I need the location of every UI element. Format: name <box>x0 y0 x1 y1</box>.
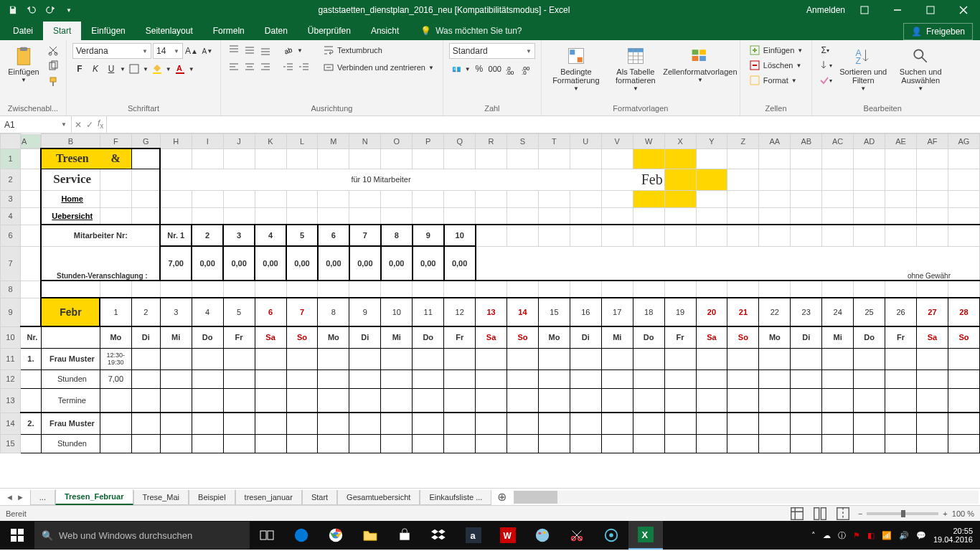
edge-icon[interactable] <box>284 521 319 550</box>
start-button[interactable] <box>0 521 34 550</box>
italic-button[interactable]: K <box>88 62 103 76</box>
copy-icon[interactable] <box>46 59 60 73</box>
align-center-icon[interactable] <box>242 60 257 75</box>
tab-formulas[interactable]: Formeln <box>203 22 255 40</box>
explorer-icon[interactable] <box>353 521 387 550</box>
conditional-format-button[interactable]: Bedingte Formatierung▼ <box>547 43 605 93</box>
decrease-decimal-icon[interactable]: ,00,0 <box>519 62 534 76</box>
fx-icon[interactable]: fx <box>98 118 103 130</box>
signin-button[interactable]: Anmelden <box>806 5 848 15</box>
tellme-search[interactable]: 💡 Was möchten Sie tun? <box>413 22 529 40</box>
wrap-text-button[interactable]: Textumbruch <box>320 43 437 57</box>
delete-cells-button[interactable]: Löschen▼ <box>746 58 805 72</box>
number-format-select[interactable]: Standard▼ <box>449 43 535 59</box>
sheet-tab[interactable]: Beispiel <box>189 490 235 505</box>
align-bottom-icon[interactable] <box>258 43 273 57</box>
spreadsheet-grid[interactable]: ABFGHIJKLMNOPQRSTUVWXYZAAABACADAEAFAG1Tr… <box>0 133 980 488</box>
tab-data[interactable]: Daten <box>255 22 298 40</box>
taskbar-search[interactable]: 🔍 Web und Windows durchsuchen <box>34 522 250 549</box>
chrome-icon[interactable] <box>319 521 353 550</box>
sheet-tab[interactable]: tresen_januar <box>235 490 302 505</box>
format-cells-button[interactable]: Format▼ <box>746 73 800 88</box>
notifications-icon[interactable]: 💬 <box>916 531 926 540</box>
sheet-next-icon[interactable]: ► <box>17 493 24 501</box>
font-name-select[interactable]: Verdana▼ <box>72 43 151 59</box>
tab-insert[interactable]: Einfügen <box>81 22 135 40</box>
add-sheet-icon[interactable]: ⊕ <box>491 490 512 504</box>
sheet-tab[interactable]: Start <box>302 490 337 505</box>
onedrive-icon[interactable]: ☁ <box>823 531 831 540</box>
zoom-in-icon[interactable]: + <box>943 509 947 518</box>
font-size-select[interactable]: 14▼ <box>153 43 183 59</box>
merge-button[interactable]: Verbinden und zentrieren▼ <box>320 60 437 75</box>
ribbon-display-icon[interactable] <box>848 0 881 20</box>
page-break-view-icon[interactable] <box>835 507 851 520</box>
indent-decrease-icon[interactable] <box>281 60 296 75</box>
sheet-tab-active[interactable]: Tresen_Februar <box>55 489 133 505</box>
normal-view-icon[interactable] <box>789 507 805 520</box>
snipping-icon[interactable] <box>560 521 594 550</box>
network-icon[interactable]: 📶 <box>882 531 892 540</box>
align-middle-icon[interactable] <box>242 43 257 57</box>
share-button[interactable]: 👤 Freigeben <box>903 23 973 40</box>
align-right-icon[interactable] <box>258 60 273 75</box>
sheet-tab[interactable]: Gesamtuebersicht <box>337 490 420 505</box>
enter-fx-icon[interactable]: ✓ <box>86 120 93 130</box>
redo-icon[interactable] <box>43 3 57 17</box>
insert-cells-button[interactable]: Einfügen▼ <box>746 43 806 57</box>
paste-button[interactable]: Einfügen ▼ <box>6 43 42 84</box>
tab-home[interactable]: Start <box>43 22 81 40</box>
decrease-font-icon[interactable]: A▼ <box>200 44 215 58</box>
indent-increase-icon[interactable] <box>297 60 311 75</box>
font-color-icon[interactable]: A <box>173 62 187 76</box>
sheet-tab[interactable]: Trese_Mai <box>133 490 189 505</box>
percent-icon[interactable]: % <box>472 62 486 76</box>
fill-color-icon[interactable] <box>150 62 164 76</box>
name-box[interactable]: A1▼ <box>0 116 72 133</box>
sort-filter-button[interactable]: AZSortieren und Filtern▼ <box>837 43 890 93</box>
word-icon[interactable]: W <box>491 521 525 550</box>
sheet-prev-icon[interactable]: ◄ <box>6 493 14 501</box>
info-icon[interactable]: ⓘ <box>838 530 846 541</box>
minimize-icon[interactable] <box>881 0 914 20</box>
clear-icon[interactable]: ▾ <box>818 73 832 88</box>
horizontal-scrollbar[interactable] <box>514 491 979 504</box>
excel-icon[interactable]: X <box>628 521 663 550</box>
amazon-icon[interactable]: a <box>456 521 491 550</box>
autosum-icon[interactable]: Σ▾ <box>818 43 832 57</box>
shield-icon[interactable]: ⚑ <box>853 531 860 540</box>
volume-icon[interactable]: 🔊 <box>899 531 909 540</box>
cancel-fx-icon[interactable]: ✕ <box>75 120 82 130</box>
taskview-icon[interactable] <box>250 521 284 550</box>
align-top-icon[interactable] <box>227 43 241 57</box>
cell-styles-button[interactable]: Zellenformatvorlagen▼ <box>666 43 734 84</box>
save-icon[interactable] <box>6 3 20 17</box>
underline-button[interactable]: U <box>104 62 118 76</box>
dropbox-icon[interactable] <box>422 521 456 550</box>
zoom-level[interactable]: 100 % <box>952 509 974 518</box>
fill-icon[interactable]: ▾ <box>818 58 832 72</box>
tray-chevron-icon[interactable]: ˄ <box>811 531 816 540</box>
undo-icon[interactable] <box>24 3 39 17</box>
tab-file[interactable]: Datei <box>3 22 43 40</box>
paint-icon[interactable] <box>525 521 560 550</box>
increase-decimal-icon[interactable]: ,0,00 <box>504 62 518 76</box>
border-icon[interactable] <box>127 62 141 76</box>
tab-layout[interactable]: Seitenlayout <box>136 22 203 40</box>
system-tray[interactable]: ˄ ☁ ⓘ ⚑ ◧ 📶 🔊 💬 20:55 19.04.2016 <box>811 527 980 544</box>
cut-icon[interactable] <box>46 43 60 57</box>
increase-font-icon[interactable]: A▲ <box>184 44 199 58</box>
format-painter-icon[interactable] <box>46 75 60 89</box>
qat-more-icon[interactable]: ▼ <box>62 3 76 17</box>
clock[interactable]: 20:55 19.04.2016 <box>933 527 973 544</box>
zoom-slider[interactable]: − + 100 % <box>858 509 974 518</box>
sheet-tab[interactable]: Einkaufsliste ... <box>420 490 491 505</box>
accounting-icon[interactable]: 💶 <box>449 62 463 76</box>
page-layout-view-icon[interactable] <box>812 507 828 520</box>
tab-review[interactable]: Überprüfen <box>298 22 361 40</box>
format-table-button[interactable]: Als Tabelle formatieren▼ <box>609 43 662 93</box>
zoom-out-icon[interactable]: − <box>858 509 862 518</box>
maximize-icon[interactable] <box>914 0 947 20</box>
avira-icon[interactable]: ◧ <box>867 531 875 540</box>
store-icon[interactable] <box>387 521 422 550</box>
